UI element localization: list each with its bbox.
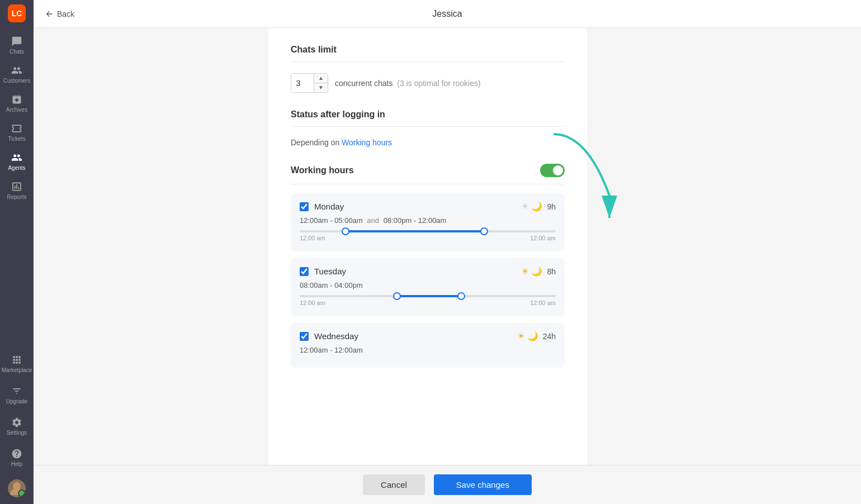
left-panel — [34, 28, 268, 465]
sidebar-tickets-label: Tickets — [8, 136, 25, 142]
wednesday-name: Wednesday — [314, 331, 358, 341]
tuesday-slider[interactable]: 12:00 am 12:00 am — [300, 295, 556, 306]
page-title: Jessica — [432, 9, 462, 19]
monday-checkbox[interactable] — [300, 202, 309, 211]
monday-slider-thumb-left[interactable] — [342, 227, 349, 235]
spinner-down-btn[interactable]: ▼ — [314, 83, 328, 92]
sidebar-chats-label: Chats — [10, 49, 24, 55]
monday-slider-thumb-right[interactable] — [480, 227, 488, 235]
save-button[interactable]: Save changes — [434, 474, 532, 495]
tuesday-slider-thumb-right[interactable] — [457, 292, 465, 300]
chats-limit-section: Chats limit ▲ ▼ concurrent chats (3 is o… — [291, 45, 565, 93]
chats-hint-text: (3 is optimal for rookies) — [397, 79, 480, 88]
sidebar-item-settings[interactable]: Settings — [2, 412, 31, 440]
tuesday-right: ☀ 🌙 8h — [521, 266, 556, 277]
wednesday-right: ☀ 🌙 24h — [517, 331, 556, 341]
working-hours-header: Working hours — [291, 164, 565, 184]
sidebar-marketplace-label: Marketplace — [2, 367, 32, 373]
moon-icon: 🌙 — [531, 201, 542, 212]
chats-concurrent-label: concurrent chats (3 is optimal for rooki… — [335, 79, 481, 88]
sidebar-archives-label: Archives — [6, 107, 27, 113]
monday-slider[interactable]: 12:00 am 12:00 am — [300, 230, 556, 241]
arrow-annotation — [542, 129, 632, 240]
sidebar-item-agents[interactable]: Agents — [2, 148, 31, 175]
number-input-wrapper: ▲ ▼ — [291, 73, 328, 93]
wednesday-header: Wednesday ☀ 🌙 24h — [300, 331, 556, 341]
monday-slider-labels: 12:00 am 12:00 am — [300, 235, 556, 241]
tuesday-slider-thumb-left[interactable] — [393, 292, 401, 300]
tuesday-checkbox[interactable] — [300, 267, 309, 276]
monday-slider-track — [300, 230, 556, 232]
status-title: Status after logging in — [291, 110, 565, 127]
monday-header: Monday ☀ 🌙 9h — [300, 201, 556, 212]
chats-label-text: concurrent chats — [335, 79, 393, 88]
sidebar-item-upgrade[interactable]: Upgrade — [2, 381, 31, 409]
moon-icon-wed: 🌙 — [527, 331, 538, 341]
sidebar-customers-label: Customers — [3, 78, 30, 84]
status-section: Status after logging in Depending on Wor… — [291, 110, 565, 147]
status-desc-text: Depending on — [291, 138, 339, 147]
status-description: Depending on Working hours — [291, 138, 565, 147]
back-button[interactable]: Back — [45, 9, 74, 18]
chats-limit-row: ▲ ▼ concurrent chats (3 is optimal for r… — [291, 73, 565, 93]
sidebar-agents-label: Agents — [8, 165, 25, 171]
wednesday-card: Wednesday ☀ 🌙 24h 12:00am - 12:00am — [291, 323, 565, 368]
monday-slider-fill — [346, 230, 484, 232]
working-hours-section: Working hours Monday — [291, 164, 565, 368]
right-panel — [587, 28, 861, 465]
monday-card: Monday ☀ 🌙 9h 12:00am - 05:00am and — [291, 193, 565, 251]
sidebar-item-help[interactable]: Help — [2, 444, 31, 472]
monday-time-range: 12:00am - 05:00am and 08:00pm - 12:00am — [300, 216, 556, 225]
number-spinners: ▲ ▼ — [314, 74, 328, 92]
tuesday-slider-fill — [397, 295, 461, 297]
working-hours-title: Working hours — [291, 165, 354, 175]
tuesday-header: Tuesday ☀ 🌙 8h — [300, 266, 556, 277]
form-panel: Chats limit ▲ ▼ concurrent chats (3 is o… — [268, 28, 587, 465]
main-area: Back Jessica Chats limit ▲ ▼ — [34, 0, 861, 504]
sidebar-settings-label: Settings — [7, 430, 27, 436]
wednesday-time-range: 12:00am - 12:00am — [300, 346, 556, 354]
back-label: Back — [57, 9, 74, 18]
tuesday-slider-track — [300, 295, 556, 297]
wednesday-checkbox[interactable] — [300, 332, 309, 341]
chats-limit-input[interactable] — [291, 75, 314, 91]
app-logo: LC — [8, 4, 26, 22]
sidebar-item-archives[interactable]: Archives — [2, 89, 31, 117]
tuesday-name: Tuesday — [314, 267, 346, 276]
sidebar-item-marketplace[interactable]: Marketplace — [2, 350, 31, 378]
sun-icon: ☀ — [521, 201, 529, 212]
tuesday-icons: ☀ 🌙 — [521, 266, 542, 277]
sidebar-reports-label: Reports — [7, 194, 26, 200]
content-area: Chats limit ▲ ▼ concurrent chats (3 is o… — [34, 28, 861, 465]
sidebar-item-chats[interactable]: Chats — [2, 31, 31, 59]
sidebar-item-tickets[interactable]: Tickets — [2, 118, 31, 146]
moon-icon-tue: 🌙 — [531, 266, 542, 277]
sun-icon-tue: ☀ — [521, 266, 529, 277]
tuesday-card: Tuesday ☀ 🌙 8h 08:00am - 04:00pm — [291, 258, 565, 316]
tuesday-left: Tuesday — [300, 267, 346, 276]
working-hours-link[interactable]: Working hours — [342, 138, 392, 147]
wednesday-icons: ☀ 🌙 — [517, 331, 538, 341]
sidebar-item-customers[interactable]: Customers — [2, 60, 31, 88]
tuesday-hours: 8h — [547, 267, 556, 276]
monday-left: Monday — [300, 202, 344, 211]
tuesday-time-range: 08:00am - 04:00pm — [300, 281, 556, 289]
sidebar-help-label: Help — [11, 461, 23, 467]
wednesday-hours: 24h — [543, 332, 556, 341]
monday-icons: ☀ 🌙 — [521, 201, 542, 212]
spinner-up-btn[interactable]: ▲ — [314, 74, 328, 83]
wednesday-left: Wednesday — [300, 331, 358, 341]
sidebar-upgrade-label: Upgrade — [6, 398, 27, 405]
sun-icon-wed: ☀ — [517, 331, 525, 341]
sidebar: LC Chats Customers Archives Tickets Agen… — [0, 0, 34, 504]
cancel-button[interactable]: Cancel — [363, 474, 425, 495]
page-header: Back Jessica — [34, 0, 861, 28]
sidebar-item-reports[interactable]: Reports — [2, 177, 31, 205]
avatar[interactable] — [8, 479, 26, 497]
footer: Cancel Save changes — [34, 465, 861, 504]
monday-name: Monday — [314, 202, 344, 211]
chats-limit-title: Chats limit — [291, 45, 565, 62]
tuesday-slider-labels: 12:00 am 12:00 am — [300, 299, 556, 306]
